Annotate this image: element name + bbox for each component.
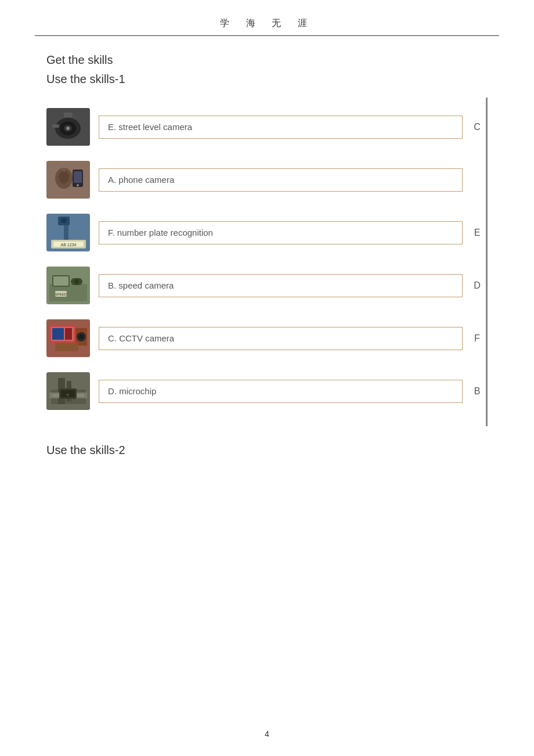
image-phone-camera bbox=[46, 161, 90, 199]
header-chinese-text: 学 海 无 涯 bbox=[220, 18, 313, 28]
image-speed-camera: SPEED bbox=[46, 267, 90, 304]
svg-rect-11 bbox=[74, 171, 82, 183]
label-text-3: F. number plate recognition bbox=[108, 228, 213, 237]
svg-point-9 bbox=[59, 171, 69, 183]
label-text-2: A. phone camera bbox=[108, 175, 174, 185]
image-traffic-camera: AB 1234 bbox=[46, 214, 90, 251]
svg-point-12 bbox=[77, 184, 79, 186]
label-text-5: C. CCTV camera bbox=[108, 333, 174, 343]
svg-rect-32 bbox=[52, 328, 64, 340]
image-dome-camera bbox=[46, 108, 90, 146]
svg-rect-33 bbox=[65, 328, 72, 340]
matching-row-5: C. CCTV camera F bbox=[46, 315, 486, 362]
page-header: 学 海 无 涯 bbox=[35, 0, 499, 36]
svg-rect-24 bbox=[53, 276, 68, 286]
svg-point-17 bbox=[61, 218, 67, 223]
svg-rect-4 bbox=[64, 113, 73, 117]
label-box-5: C. CCTV camera bbox=[99, 327, 463, 350]
answer-5: F bbox=[468, 333, 486, 344]
svg-rect-37 bbox=[55, 343, 78, 351]
matching-row-1: E. street level camera C bbox=[46, 103, 486, 150]
svg-text:IC: IC bbox=[67, 393, 70, 397]
matching-row-4: SPEED B. speed camera D bbox=[46, 262, 486, 309]
page-number: 4 bbox=[265, 729, 269, 739]
svg-point-13 bbox=[62, 167, 66, 172]
page-footer: 4 bbox=[0, 729, 534, 739]
svg-text:SPEED: SPEED bbox=[55, 293, 67, 296]
answer-4: D bbox=[468, 280, 486, 291]
answer-3: E bbox=[468, 228, 486, 238]
label-box-4: B. speed camera bbox=[99, 274, 463, 297]
matching-row-3: AB 1234 F. number plate recognition E bbox=[46, 209, 486, 256]
label-text-6: D. microchip bbox=[108, 386, 156, 396]
answer-6: B bbox=[468, 386, 486, 397]
label-text-4: B. speed camera bbox=[108, 280, 174, 290]
label-box-2: A. phone camera bbox=[99, 168, 463, 192]
matching-container: E. street level camera C A. phone camera bbox=[46, 98, 488, 426]
svg-point-26 bbox=[74, 279, 79, 284]
label-text-1: E. street level camera bbox=[108, 122, 192, 132]
image-microchip: IC bbox=[46, 372, 90, 410]
matching-row-6: IC D. microchip B bbox=[46, 368, 486, 415]
svg-point-36 bbox=[79, 334, 84, 339]
page-content: Get the skills Use the skills-1 E. stree… bbox=[0, 36, 534, 486]
answer-1: C bbox=[468, 122, 486, 132]
svg-text:AB 1234: AB 1234 bbox=[61, 243, 77, 247]
matching-row-2: A. phone camera bbox=[46, 156, 486, 203]
label-box-3: F. number plate recognition bbox=[99, 221, 463, 244]
get-skills-title: Get the skills bbox=[46, 53, 488, 67]
use-skills-1-title: Use the skills-1 bbox=[46, 73, 488, 86]
svg-rect-5 bbox=[52, 124, 59, 128]
image-cctv-camera bbox=[46, 319, 90, 357]
svg-point-6 bbox=[66, 127, 70, 130]
label-box-1: E. street level camera bbox=[99, 116, 463, 139]
use-skills-2-title: Use the skills-2 bbox=[46, 444, 488, 457]
label-box-6: D. microchip bbox=[99, 380, 463, 403]
